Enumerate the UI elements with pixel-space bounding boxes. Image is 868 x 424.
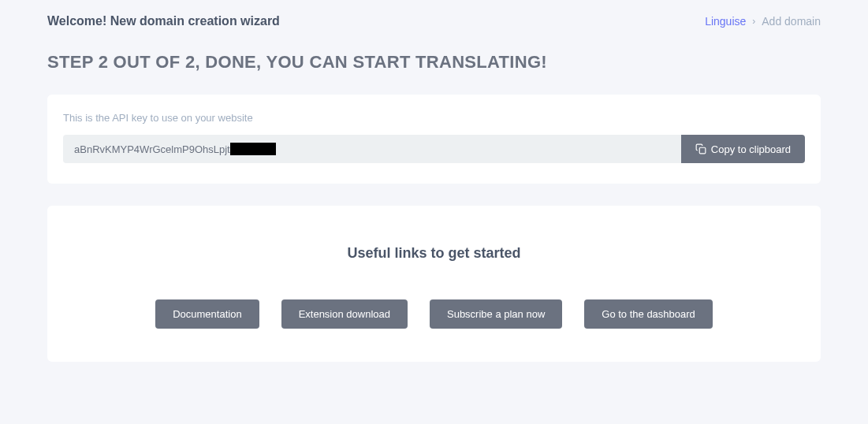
breadcrumb-current: Add domain (762, 15, 821, 28)
api-key-row: aBnRvKMYP4WrGcelmP9OhsLpjt Copy to clipb… (63, 135, 805, 163)
breadcrumb-link-linguise[interactable]: Linguise (705, 15, 746, 28)
breadcrumb: Linguise › Add domain (705, 15, 821, 28)
documentation-button[interactable]: Documentation (155, 299, 259, 329)
copy-to-clipboard-button[interactable]: Copy to clipboard (681, 135, 805, 163)
svg-rect-0 (699, 147, 706, 154)
page-container: Welcome! New domain creation wizard Ling… (0, 0, 868, 378)
links-button-row: Documentation Extension download Subscri… (63, 299, 805, 329)
useful-links-card: Useful links to get started Documentatio… (47, 206, 821, 362)
copy-button-label: Copy to clipboard (711, 143, 791, 155)
go-to-dashboard-button[interactable]: Go to the dashboard (584, 299, 713, 329)
extension-download-button[interactable]: Extension download (281, 299, 408, 329)
header-row: Welcome! New domain creation wizard Ling… (47, 14, 821, 28)
useful-links-heading: Useful links to get started (63, 245, 805, 262)
welcome-title: Welcome! New domain creation wizard (47, 14, 280, 28)
api-key-label: This is the API key to use on your websi… (63, 112, 805, 124)
step-heading: STEP 2 OUT OF 2, DONE, YOU CAN START TRA… (47, 52, 821, 73)
api-key-text: aBnRvKMYP4WrGcelmP9OhsLpjt (74, 143, 230, 155)
copy-icon (695, 143, 706, 154)
api-key-redaction (230, 143, 276, 155)
api-key-value-box[interactable]: aBnRvKMYP4WrGcelmP9OhsLpjt (63, 135, 681, 163)
breadcrumb-separator: › (752, 16, 755, 27)
subscribe-plan-button[interactable]: Subscribe a plan now (430, 299, 562, 329)
api-key-card: This is the API key to use on your websi… (47, 95, 821, 184)
